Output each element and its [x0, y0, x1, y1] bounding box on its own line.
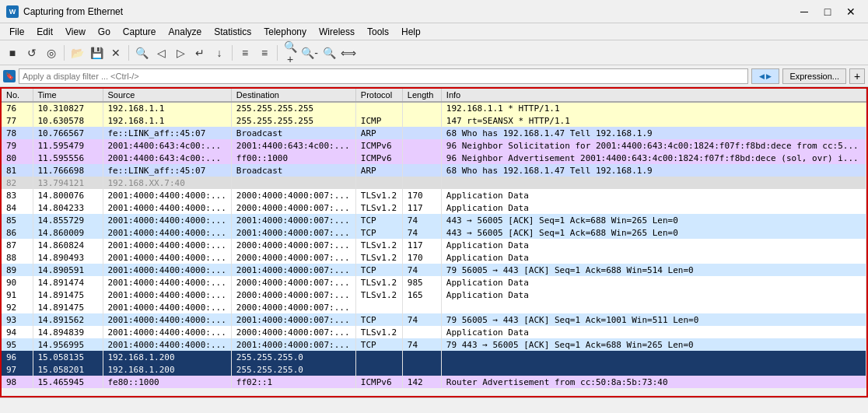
filter-nav-buttons[interactable]: ◀ ▶ — [751, 68, 779, 84]
toolbar-zoom-reset-btn[interactable]: 🔍 — [320, 44, 338, 62]
toolbar-stop-btn[interactable]: ■ — [3, 44, 22, 62]
cell-length: 117 — [402, 239, 441, 251]
cell-length: 74 — [402, 214, 441, 226]
table-row[interactable]: 8111.766698fe::LINK_aff::45:07BroadcastA… — [2, 164, 866, 177]
cell-info: Router Advertisement from cc:50:8a:5b:73… — [441, 376, 866, 388]
toolbar-prev-btn[interactable]: ◁ — [152, 44, 170, 62]
cell-source: 192.168.1.1 — [103, 102, 231, 114]
cell-info: Application Data — [441, 289, 866, 301]
menu-item-edit[interactable]: Edit — [30, 23, 59, 40]
cell-length — [402, 164, 441, 177]
maximize-button[interactable]: □ — [817, 4, 838, 19]
cell-source: 2001:4000:4400:4000:... — [103, 326, 231, 338]
window-controls: ─ □ ✕ — [793, 4, 862, 19]
menu-item-tools[interactable]: Tools — [361, 23, 395, 40]
menu-item-help[interactable]: Help — [395, 23, 427, 40]
table-row[interactable]: 8011.5955562001:4400:643:4c00:...ff00::1… — [2, 152, 866, 164]
table-row[interactable]: 9314.8915622001:4000:4400:4000:...2001:4… — [2, 313, 866, 326]
menu-item-capture[interactable]: Capture — [117, 23, 163, 40]
table-row[interactable]: 7911.5954792001:4400:643:4c00:...2001:44… — [2, 139, 866, 152]
filter-bar: 🔖 ◀ ▶ Expression... + — [0, 65, 868, 87]
add-filter-button[interactable]: + — [849, 68, 865, 84]
toolbar-close-btn[interactable]: ✕ — [107, 44, 125, 62]
filter-left-arrow[interactable]: ◀ — [759, 72, 765, 80]
table-row[interactable]: 8514.8557292001:4000:4400:4000:...2001:4… — [2, 214, 866, 226]
cell-source: 2001:4000:4400:4000:... — [103, 301, 231, 313]
menu-item-telephony[interactable]: Telephony — [257, 23, 313, 40]
cell-info: 96 Neighbor Advertisement 2001:4400:643:… — [441, 152, 866, 164]
cell-no: 92 — [2, 301, 33, 313]
menu-item-view[interactable]: View — [59, 23, 92, 40]
cell-source: fe80::1000 — [103, 376, 231, 388]
cell-source: 192.168.XX.7:40 — [103, 177, 231, 189]
cell-time: 11.595556 — [33, 152, 103, 164]
cell-info — [441, 351, 866, 363]
col-header-info: Info — [441, 89, 866, 102]
cell-destination: 2000:4000:4000:007:... — [231, 201, 355, 214]
cell-destination — [231, 177, 355, 189]
cell-protocol — [355, 301, 402, 313]
toolbar-search-btn[interactable]: 🔍 — [132, 44, 151, 62]
toolbar-colorize-btn[interactable]: ≡ — [236, 44, 254, 62]
table-row[interactable]: 8914.8905912001:4000:4400:4000:...2001:4… — [2, 264, 866, 276]
table-row[interactable]: 7610.310827192.168.1.1255.255.255.255192… — [2, 102, 866, 114]
table-row[interactable]: 7710.630578192.168.1.1255.255.255.255ICM… — [2, 114, 866, 127]
cell-source: 2001:4400:643:4c00:... — [103, 152, 231, 164]
table-row[interactable]: 8814.8904932001:4000:4400:4000:...2000:4… — [2, 251, 866, 264]
table-row[interactable]: 8314.8000762001:4000:4400:4000:...2000:4… — [2, 189, 866, 201]
cell-length — [402, 114, 441, 127]
table-row[interactable]: 9214.8914752001:4000:4400:4000:...2000:4… — [2, 301, 866, 313]
cell-info — [441, 301, 866, 313]
col-header-length: Length — [402, 89, 441, 102]
toolbar-scroll-end-btn[interactable]: ↓ — [210, 44, 229, 62]
menu-item-analyze[interactable]: Analyze — [163, 23, 208, 40]
table-row[interactable]: 8714.8608242001:4000:4400:4000:...2000:4… — [2, 239, 866, 251]
cell-source: 2001:4000:4400:4000:... — [103, 338, 231, 351]
table-row[interactable]: 9715.058201192.168.1.200255.255.255.0 — [2, 363, 866, 376]
toolbar-restart-btn[interactable]: ↺ — [23, 44, 41, 62]
toolbar-resize-btn[interactable]: ⟺ — [339, 44, 358, 62]
cell-destination: 2001:4400:643:4c00:... — [231, 139, 355, 152]
toolbar-sep-1 — [64, 45, 65, 61]
cell-destination: 255.255.255.0 — [231, 363, 355, 376]
cell-length — [402, 301, 441, 313]
cell-length: 165 — [402, 289, 441, 301]
toolbar-sep-2 — [128, 45, 129, 61]
table-row[interactable]: 9014.8914742001:4000:4400:4000:...2000:4… — [2, 276, 866, 289]
minimize-button[interactable]: ─ — [793, 4, 815, 19]
close-button[interactable]: ✕ — [840, 4, 862, 19]
toolbar-zoom-in-btn[interactable]: 🔍+ — [281, 44, 299, 62]
cell-no: 89 — [2, 264, 33, 276]
table-row[interactable]: 9514.9569952001:4000:4400:4000:...2001:4… — [2, 338, 866, 351]
menu-item-go[interactable]: Go — [92, 23, 117, 40]
cell-source: 2001:4000:4400:4000:... — [103, 264, 231, 276]
toolbar-zoom-out-btn[interactable]: 🔍- — [300, 44, 319, 62]
table-row[interactable]: 9114.8914752001:4000:4400:4000:...2000:4… — [2, 289, 866, 301]
cell-protocol: TCP — [355, 264, 402, 276]
cell-time: 14.891475 — [33, 289, 103, 301]
toolbar-next-btn[interactable]: ▷ — [171, 44, 190, 62]
filter-icon: 🔖 — [3, 70, 16, 82]
table-row[interactable]: 9615.058135192.168.1.200255.255.255.0 — [2, 351, 866, 363]
filter-input[interactable] — [19, 68, 748, 84]
cell-time: 15.465945 — [33, 376, 103, 388]
table-row[interactable]: 7810.766567fe::LINK_aff::45:07BroadcastA… — [2, 127, 866, 139]
filter-right-arrow[interactable]: ▶ — [766, 72, 772, 80]
table-row[interactable]: 8414.8042332001:4000:4400:4000:...2000:4… — [2, 201, 866, 214]
cell-length: 74 — [402, 313, 441, 326]
table-row[interactable]: 9414.8948392001:4000:4400:4000:...2000:4… — [2, 326, 866, 338]
toolbar-autoscroll2-btn[interactable]: ≡ — [255, 44, 274, 62]
cell-info: 96 Neighbor Solicitation for 2001:4400:6… — [441, 139, 866, 152]
menu-item-file[interactable]: File — [3, 23, 30, 40]
table-row[interactable]: 8614.8600092001:4000:4400:4000:...2001:4… — [2, 226, 866, 239]
toolbar-sep-3 — [232, 45, 233, 61]
expression-button[interactable]: Expression... — [782, 68, 846, 84]
menu-item-statistics[interactable]: Statistics — [208, 23, 257, 40]
toolbar-save-btn[interactable]: 💾 — [87, 44, 106, 62]
toolbar-go-to-btn[interactable]: ↵ — [191, 44, 209, 62]
table-row[interactable]: 9815.465945fe80::1000ff02::1ICMPv6142Rou… — [2, 376, 866, 388]
packet-table-container[interactable]: No. Time Source Destination Protocol Len… — [0, 87, 868, 397]
table-row[interactable]: 8213.794121192.168.XX.7:40 — [2, 177, 866, 189]
menu-item-wireless[interactable]: Wireless — [313, 23, 361, 40]
toolbar-autoscroll-btn[interactable]: ◎ — [42, 44, 61, 62]
